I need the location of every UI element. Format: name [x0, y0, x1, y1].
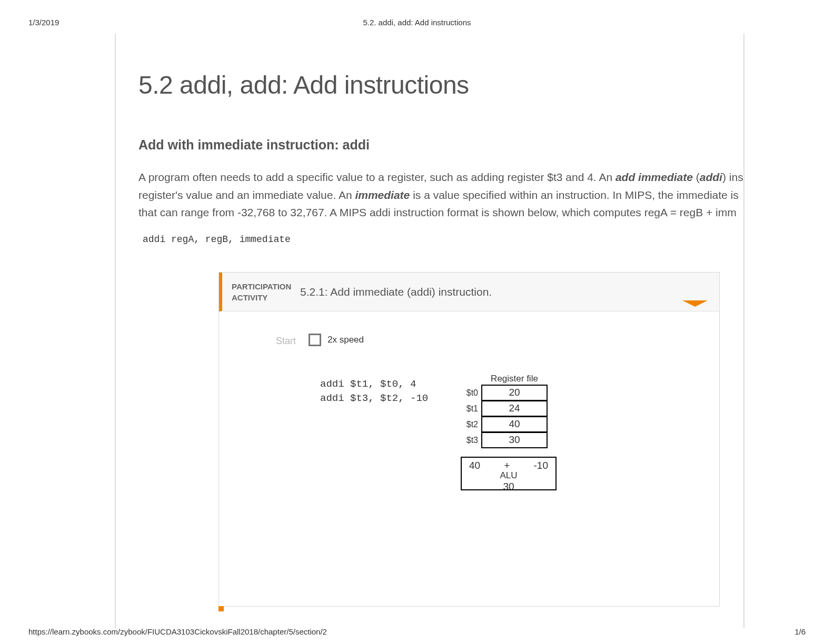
speed-checkbox[interactable] — [309, 334, 321, 346]
alu-box: 40 + -10 ALU 30 — [461, 457, 557, 490]
term-addi: addi — [700, 171, 722, 183]
alu-operator: + — [504, 460, 510, 471]
register-row: $t2 40 — [459, 417, 548, 432]
register-value: 30 — [481, 432, 548, 448]
term-add-immediate: add immediate — [615, 171, 693, 183]
print-header-title: 5.2. addi, add: Add instructions — [0, 18, 834, 27]
register-label: $t0 — [459, 388, 481, 398]
activity-label: PARTICIPATION ACTIVITY — [232, 281, 300, 303]
para-text: ( — [693, 171, 700, 183]
participation-activity: PARTICIPATION ACTIVITY 5.2.1: Add immedi… — [219, 272, 720, 607]
para-text: register's value and an immediate value.… — [138, 189, 355, 201]
start-button[interactable]: Start — [276, 336, 296, 347]
alu-inputs: 40 + -10 — [462, 458, 555, 471]
para-text: that can range from -32,768 to 32,767. A… — [138, 206, 737, 218]
register-value: 40 — [481, 416, 548, 432]
register-file: Register file $t0 20 $t1 24 $t2 40 $t3 3… — [459, 374, 548, 448]
page-title: 5.2 addi, add: Add instructions — [138, 71, 743, 99]
para-text: is a value specified within an instructi… — [410, 189, 738, 201]
activity-label-line2: ACTIVITY — [232, 293, 267, 302]
register-value: 24 — [481, 400, 548, 417]
chevron-down-icon[interactable] — [682, 300, 708, 307]
activity-body: Start 2x speed addi $t1, $t0, 4 addi $t3… — [219, 311, 719, 606]
register-row: $t0 20 — [459, 385, 548, 401]
activity-title: 5.2.1: Add immediate (addi) instruction. — [300, 286, 492, 298]
para-text: ) inst — [722, 171, 744, 183]
register-file-title: Register file — [481, 374, 548, 384]
activity-header: PARTICIPATION ACTIVITY 5.2.1: Add immedi… — [219, 273, 719, 311]
assembly-code: addi $t1, $t0, 4 addi $t3, $t2, -10 — [320, 377, 428, 405]
footer-page-number: 1/6 — [795, 627, 806, 636]
alu-left-operand: 40 — [469, 460, 480, 471]
section-subheading: Add with immediate instruction: addi — [138, 137, 743, 153]
code-snippet: addi regA, regB, immediate — [138, 231, 743, 245]
activity-label-line1: PARTICIPATION — [232, 282, 291, 291]
register-label: $t2 — [459, 420, 481, 429]
speed-label: 2x speed — [327, 335, 364, 345]
register-row: $t3 30 — [459, 432, 548, 448]
body-paragraph: A program often needs to add a specific … — [138, 168, 743, 222]
register-row: $t1 24 — [459, 401, 548, 417]
footer-url: https://learn.zybooks.com/zybook/FIUCDA3… — [28, 627, 327, 636]
para-text: A program often needs to add a specific … — [138, 171, 615, 183]
term-immediate: immediate — [355, 189, 410, 201]
speed-control: 2x speed — [309, 334, 364, 346]
orange-marker — [219, 606, 224, 611]
page-content: 5.2 addi, add: Add instructions Add with… — [115, 34, 744, 628]
alu-result: 30 — [462, 481, 555, 492]
alu-label: ALU — [462, 470, 555, 481]
register-value: 20 — [481, 385, 548, 401]
alu-right-operand: -10 — [534, 460, 548, 471]
register-label: $t1 — [459, 404, 481, 414]
register-label: $t3 — [459, 436, 481, 445]
